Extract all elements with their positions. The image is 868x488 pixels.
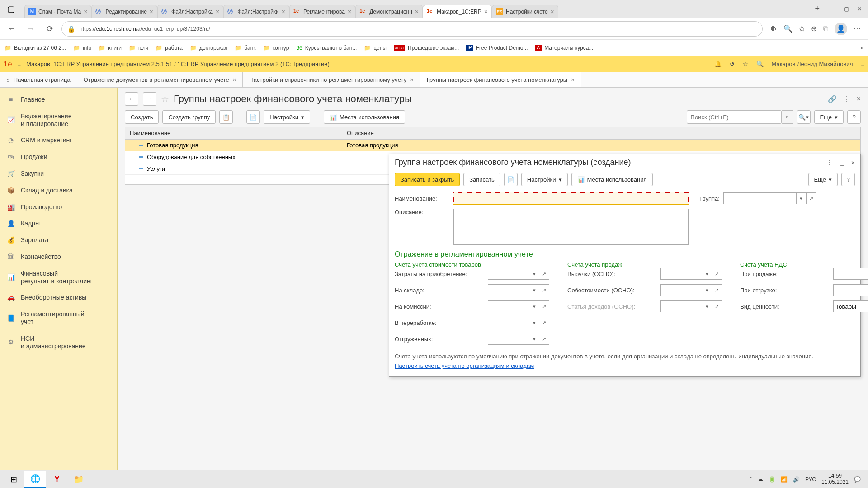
browser-tab[interactable]: ⓌФайл:Настройки× bbox=[223, 5, 289, 18]
acct-select[interactable]: ▾↗ bbox=[660, 268, 722, 280]
create-group-button[interactable]: Создать группу bbox=[162, 110, 216, 124]
open-icon[interactable]: ↗ bbox=[539, 285, 549, 296]
chevron-down-icon[interactable]: ▾ bbox=[702, 301, 712, 312]
battery-icon[interactable]: 🔋 bbox=[769, 476, 775, 483]
onedrive-icon[interactable]: ☁ bbox=[758, 476, 763, 483]
sidebar-item[interactable]: 🛒Закупки bbox=[0, 165, 117, 182]
sidebar-item[interactable]: 📈Бюджетирование и планирование bbox=[0, 108, 117, 132]
acct-select[interactable]: ▾↗ bbox=[488, 284, 549, 296]
bookmark-item[interactable]: 📁докторская bbox=[190, 45, 227, 51]
chevron-down-icon[interactable]: ▾ bbox=[702, 285, 712, 296]
tabs-manager-icon[interactable]: ▢ bbox=[0, 1, 22, 17]
tab-close-icon[interactable]: × bbox=[84, 8, 87, 15]
open-icon[interactable]: ↗ bbox=[806, 193, 816, 204]
chevron-down-icon[interactable]: ▾ bbox=[529, 268, 539, 279]
bookmark-item[interactable]: IPFree Product Demo... bbox=[466, 45, 528, 51]
browser-tab[interactable]: ESНастройки счето× bbox=[492, 5, 558, 18]
bookmark-item[interactable]: 66Курсы валют в бан... bbox=[296, 45, 357, 51]
open-icon[interactable]: ↗ bbox=[712, 301, 722, 312]
tab-settings-ref[interactable]: Настройки и справочники по регламентиров… bbox=[243, 72, 420, 87]
acct-select[interactable]: ▾↗ bbox=[488, 268, 549, 280]
browser-tab[interactable]: 1cМакаров_1С:ERP× bbox=[423, 5, 492, 18]
sidebar-item[interactable]: 🏭Производство bbox=[0, 199, 117, 216]
refresh-button[interactable]: ⟳ bbox=[42, 22, 57, 36]
chevron-down-icon[interactable]: ▾ bbox=[702, 268, 712, 279]
open-icon[interactable]: ↗ bbox=[712, 285, 722, 296]
explorer-icon[interactable]: 📁 bbox=[68, 471, 90, 488]
collections-icon[interactable]: ⊕ bbox=[811, 24, 817, 33]
bookmark-item[interactable]: 📁книги bbox=[99, 45, 122, 51]
tab-close-icon[interactable]: × bbox=[150, 8, 153, 15]
modal-usage-button[interactable]: 📊Места использования bbox=[571, 173, 653, 186]
modal-more-button[interactable]: Еще ▾ bbox=[808, 173, 838, 186]
group-select[interactable]: ▾↗ bbox=[723, 192, 816, 204]
tab-close-icon[interactable]: × bbox=[551, 8, 554, 15]
history-icon[interactable]: ↺ bbox=[730, 61, 735, 67]
tab-close-icon[interactable]: × bbox=[415, 8, 419, 15]
modal-help-button[interactable]: ? bbox=[841, 173, 855, 186]
wifi-icon[interactable]: 📶 bbox=[781, 476, 788, 483]
acct-select[interactable]: ▾↗ bbox=[833, 284, 868, 296]
favorite-icon[interactable]: ✩ bbox=[799, 24, 805, 33]
acct-select[interactable]: ▾↗ bbox=[488, 317, 549, 328]
tab-close-icon[interactable]: × bbox=[484, 8, 488, 15]
read-aloud-icon[interactable]: 🗣 bbox=[770, 25, 777, 33]
notifications-icon[interactable]: 💬 bbox=[854, 476, 861, 483]
chevron-down-icon[interactable]: ▾ bbox=[796, 193, 806, 204]
tab-close-icon[interactable]: × bbox=[410, 76, 414, 83]
link-icon[interactable]: 🔗 bbox=[828, 95, 837, 103]
zoom-icon[interactable]: 🔍 bbox=[783, 24, 793, 33]
modal-settings-button[interactable]: Настройки ▾ bbox=[521, 173, 568, 186]
back-button[interactable]: ← bbox=[5, 22, 19, 36]
bookmark-item[interactable]: АМатериалы курса... bbox=[535, 45, 593, 51]
usage-button[interactable]: 📊Места использования bbox=[324, 110, 405, 124]
sidebar-item[interactable]: ◔CRM и маркетинг bbox=[0, 132, 117, 149]
search-input[interactable] bbox=[687, 110, 782, 124]
acct-select[interactable]: ▾↗ bbox=[660, 300, 722, 312]
lang-indicator[interactable]: РУС bbox=[805, 476, 816, 483]
close-page-icon[interactable]: × bbox=[857, 95, 861, 103]
open-icon[interactable]: ↗ bbox=[539, 268, 549, 279]
user-label[interactable]: Макаров Леонид Михайлович bbox=[772, 61, 853, 67]
copy-button[interactable]: 📋 bbox=[219, 110, 233, 124]
tab-close-icon[interactable]: × bbox=[282, 8, 285, 15]
chevron-down-icon[interactable]: ▾ bbox=[529, 317, 539, 328]
browser-tab[interactable]: 1cДемонстрационн× bbox=[355, 5, 423, 18]
sidebar-item[interactable]: ⚙НСИ и администрирование bbox=[0, 330, 117, 355]
browser-tab[interactable]: MСпам - Почта Ма× bbox=[24, 5, 91, 18]
bookmark-item[interactable]: 📁Вкладки из 27 06 2... bbox=[5, 45, 66, 51]
open-icon[interactable]: ↗ bbox=[712, 268, 722, 279]
chevron-down-icon[interactable]: ▾ bbox=[529, 301, 539, 312]
sidebar-item[interactable]: 💰Зарплата bbox=[0, 232, 117, 249]
bookmark-item[interactable]: 📁цены bbox=[364, 45, 387, 51]
modal-close-icon[interactable]: × bbox=[851, 159, 855, 166]
favorite-page-icon[interactable]: ☆ bbox=[161, 94, 169, 104]
tab-groups[interactable]: Группы настроек финансового учета номенк… bbox=[420, 72, 581, 87]
yandex-icon[interactable]: Y bbox=[46, 471, 68, 488]
sidebar-item[interactable]: 🛍Продажи bbox=[0, 149, 117, 165]
more-button[interactable]: Еще ▾ bbox=[814, 110, 844, 124]
acct-select[interactable]: ▾↗ bbox=[488, 300, 549, 312]
open-icon[interactable]: ↗ bbox=[539, 301, 549, 312]
acct-select[interactable]: ▾↗ bbox=[833, 268, 868, 280]
sidebar-item[interactable]: 👤Кадры bbox=[0, 215, 117, 232]
start-icon[interactable]: ⊞ bbox=[3, 471, 24, 488]
tab-close-icon[interactable]: × bbox=[216, 8, 219, 15]
configure-link[interactable]: Настроить счета учета по организациям и … bbox=[395, 362, 534, 369]
forward-nav-button[interactable]: → bbox=[143, 92, 156, 106]
bookmarks-overflow-icon[interactable]: » bbox=[860, 45, 863, 51]
bookmark-item[interactable]: 📁работа bbox=[156, 45, 183, 51]
menu-toggle-icon[interactable]: ≡ bbox=[18, 61, 21, 67]
open-icon[interactable]: ↗ bbox=[539, 333, 549, 344]
edge-icon[interactable]: 🌐 bbox=[24, 471, 46, 488]
save-close-button[interactable]: Записать и закрыть bbox=[395, 173, 460, 186]
home-tab[interactable]: ⌂ Начальная страница bbox=[0, 72, 77, 87]
bookmark-item[interactable]: accaПрошедшие экзам... bbox=[394, 45, 459, 51]
browser-tab[interactable]: ⓌФайл:Настройка× bbox=[157, 5, 223, 18]
list-mode-button[interactable]: 📄 bbox=[504, 173, 518, 186]
sidebar-item[interactable]: 📊Финансовый результат и контроллинг bbox=[0, 265, 117, 290]
name-input[interactable] bbox=[453, 192, 689, 204]
profile-avatar[interactable]: 👤 bbox=[835, 23, 847, 35]
user-dropdown-icon[interactable]: ≡ bbox=[861, 61, 864, 67]
close-icon[interactable]: ✕ bbox=[857, 6, 862, 12]
